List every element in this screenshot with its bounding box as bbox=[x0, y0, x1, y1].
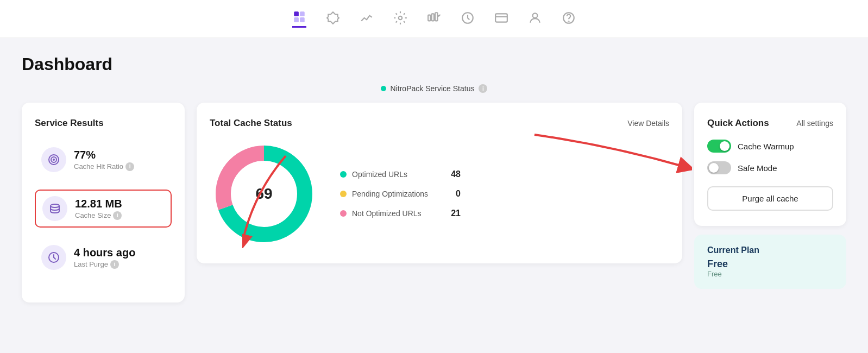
donut-chart: 69 bbox=[210, 140, 318, 248]
status-label: NitroPack Service Status bbox=[391, 84, 475, 93]
quick-actions-title: Quick Actions bbox=[707, 118, 769, 129]
svg-point-13 bbox=[568, 21, 569, 21]
legend-optimized: Optimized URLs 48 bbox=[340, 169, 461, 179]
view-details-link[interactable]: View Details bbox=[627, 119, 669, 128]
quick-actions-card: Quick Actions All settings Cache Warmup … bbox=[694, 103, 846, 226]
legend-value-pending: 0 bbox=[444, 189, 461, 199]
legend-value-not-optimized: 21 bbox=[444, 209, 461, 218]
right-column: Quick Actions All settings Cache Warmup … bbox=[694, 103, 846, 289]
cache-size-value: 12.81 MB bbox=[75, 198, 122, 210]
purge-all-cache-button[interactable]: Purge all cache bbox=[707, 186, 833, 211]
stat-cache-size: 12.81 MB Cache Size i bbox=[35, 190, 172, 228]
plan-sub: Free bbox=[707, 270, 833, 278]
nav-analytics[interactable] bbox=[360, 11, 374, 27]
last-purge-info-icon[interactable]: i bbox=[110, 260, 119, 269]
svg-point-4 bbox=[399, 16, 402, 20]
cache-legend: Optimized URLs 48 Pending Optimizations … bbox=[340, 169, 461, 218]
nav-help[interactable] bbox=[562, 11, 576, 27]
legend-not-optimized: Not Optimized URLs 21 bbox=[340, 209, 461, 218]
svg-rect-1 bbox=[300, 11, 305, 16]
cache-size-icon-wrap bbox=[42, 196, 67, 221]
cache-warmup-toggle[interactable] bbox=[707, 140, 731, 153]
safe-mode-toggle[interactable] bbox=[707, 161, 731, 174]
status-info-icon[interactable]: i bbox=[479, 84, 487, 93]
stat-last-purge: 4 hours ago Last Purge i bbox=[35, 239, 172, 275]
page-title: Dashboard bbox=[22, 54, 846, 74]
legend-label-not-optimized: Not Optimized URLs bbox=[352, 209, 439, 218]
service-results-card: Service Results 77% Cache Hit Ratio i bbox=[22, 103, 185, 302]
svg-rect-0 bbox=[294, 11, 299, 16]
current-plan-title: Current Plan bbox=[707, 245, 833, 255]
legend-label-pending: Pending Optimizations bbox=[352, 190, 439, 198]
cache-status-title: Total Cache Status bbox=[210, 118, 292, 129]
all-settings-link[interactable]: All settings bbox=[796, 119, 833, 128]
legend-label-optimized: Optimized URLs bbox=[352, 170, 439, 179]
svg-rect-7 bbox=[435, 12, 437, 21]
cards-row: Service Results 77% Cache Hit Ratio i bbox=[22, 103, 846, 302]
nav-billing[interactable] bbox=[494, 11, 508, 27]
svg-point-11 bbox=[533, 13, 538, 18]
svg-rect-5 bbox=[428, 15, 430, 21]
svg-rect-3 bbox=[300, 17, 305, 22]
legend-value-optimized: 48 bbox=[444, 169, 461, 179]
safe-mode-row: Safe Mode bbox=[707, 161, 833, 174]
main-content: Dashboard NitroPack Service Status i Ser… bbox=[0, 38, 868, 319]
cache-hit-desc: Cache Hit Ratio i bbox=[74, 162, 134, 171]
top-navigation bbox=[0, 0, 868, 38]
cache-warmup-row: Cache Warmup bbox=[707, 140, 833, 153]
donut-center-value: 69 bbox=[255, 185, 272, 203]
cache-hit-icon-wrap bbox=[41, 147, 66, 172]
nav-account[interactable] bbox=[528, 11, 542, 27]
cache-warmup-thumb bbox=[720, 141, 729, 151]
cache-hit-value: 77% bbox=[74, 149, 134, 161]
cache-status-card: Total Cache Status View Details 69 bbox=[197, 103, 682, 263]
svg-rect-6 bbox=[432, 14, 434, 21]
cache-hit-info-icon[interactable]: i bbox=[125, 162, 134, 171]
cache-warmup-label: Cache Warmup bbox=[738, 142, 794, 151]
safe-mode-thumb bbox=[709, 163, 719, 173]
last-purge-icon-wrap bbox=[41, 245, 66, 270]
service-results-title: Service Results bbox=[35, 118, 172, 129]
nav-dashboard[interactable] bbox=[292, 10, 306, 28]
legend-pending: Pending Optimizations 0 bbox=[340, 189, 461, 199]
nav-speedup[interactable] bbox=[427, 11, 441, 27]
nav-plugins[interactable] bbox=[326, 11, 340, 27]
status-dot bbox=[381, 86, 386, 91]
plan-name: Free bbox=[707, 259, 833, 270]
svg-point-16 bbox=[53, 159, 55, 161]
legend-dot-not-optimized bbox=[340, 210, 347, 217]
last-purge-desc: Last Purge i bbox=[74, 260, 135, 269]
service-status-row: NitroPack Service Status i bbox=[22, 84, 846, 93]
nav-settings[interactable] bbox=[393, 11, 407, 27]
svg-rect-9 bbox=[495, 14, 507, 22]
nav-history[interactable] bbox=[461, 11, 475, 27]
current-plan-card: Current Plan Free Free bbox=[694, 235, 846, 289]
legend-dot-pending bbox=[340, 191, 347, 197]
cache-size-desc: Cache Size i bbox=[75, 211, 122, 220]
last-purge-value: 4 hours ago bbox=[74, 247, 135, 259]
svg-point-17 bbox=[51, 204, 59, 207]
svg-rect-2 bbox=[294, 17, 299, 22]
stat-cache-hit: 77% Cache Hit Ratio i bbox=[35, 142, 172, 178]
safe-mode-label: Safe Mode bbox=[738, 163, 777, 173]
cache-size-info-icon[interactable]: i bbox=[113, 211, 122, 220]
legend-dot-optimized bbox=[340, 171, 347, 178]
